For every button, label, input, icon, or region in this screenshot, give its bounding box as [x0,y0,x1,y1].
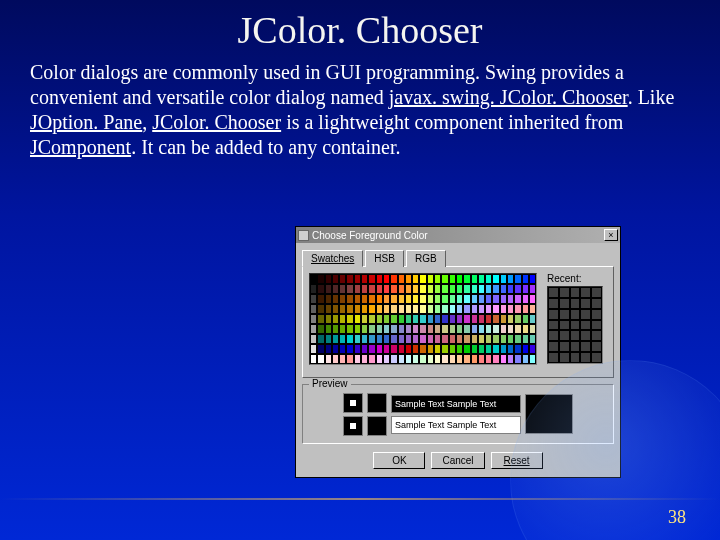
swatch-cell[interactable] [514,354,521,364]
swatch-cell[interactable] [419,274,426,284]
swatch-cell[interactable] [354,294,361,304]
swatch-cell[interactable] [456,284,463,294]
swatch-cell[interactable] [405,354,412,364]
swatch-cell[interactable] [383,324,390,334]
swatch-cell[interactable] [383,344,390,354]
swatch-cell[interactable] [441,314,448,324]
recent-cell[interactable] [591,298,602,309]
swatch-cell[interactable] [332,294,339,304]
swatch-cell[interactable] [449,314,456,324]
swatch-cell[interactable] [514,324,521,334]
swatch-cell[interactable] [507,324,514,334]
swatch-cell[interactable] [412,334,419,344]
swatch-cell[interactable] [398,294,405,304]
swatch-cell[interactable] [427,344,434,354]
swatch-cell[interactable] [492,294,499,304]
swatch-cell[interactable] [368,354,375,364]
swatch-cell[interactable] [478,274,485,284]
swatch-cell[interactable] [434,354,441,364]
swatch-cell[interactable] [478,334,485,344]
swatch-cell[interactable] [390,354,397,364]
swatch-cell[interactable] [463,354,470,364]
swatch-cell[interactable] [471,314,478,324]
swatch-cell[interactable] [368,344,375,354]
swatch-cell[interactable] [500,284,507,294]
swatch-cell[interactable] [346,284,353,294]
swatch-cell[interactable] [346,354,353,364]
swatch-cell[interactable] [390,294,397,304]
swatch-cell[interactable] [529,284,536,294]
swatch-cell[interactable] [376,314,383,324]
swatch-cell[interactable] [405,344,412,354]
swatch-cell[interactable] [361,304,368,314]
swatch-cell[interactable] [434,284,441,294]
swatch-cell[interactable] [427,334,434,344]
swatch-cell[interactable] [354,274,361,284]
recent-cell[interactable] [559,309,570,320]
swatch-cell[interactable] [325,304,332,314]
swatch-cell[interactable] [346,294,353,304]
swatch-cell[interactable] [471,344,478,354]
swatch-cell[interactable] [398,304,405,314]
recent-cell[interactable] [580,341,591,352]
swatch-cell[interactable] [390,284,397,294]
swatch-cell[interactable] [456,274,463,284]
swatch-cell[interactable] [354,314,361,324]
swatch-cell[interactable] [405,324,412,334]
swatch-cell[interactable] [441,294,448,304]
swatch-cell[interactable] [419,324,426,334]
swatch-cell[interactable] [478,304,485,314]
swatch-cell[interactable] [339,354,346,364]
tab-swatches[interactable]: Swatches [302,250,363,267]
swatch-cell[interactable] [514,274,521,284]
swatch-cell[interactable] [485,344,492,354]
swatch-cell[interactable] [485,304,492,314]
swatch-cell[interactable] [419,294,426,304]
swatch-cell[interactable] [522,334,529,344]
swatch-cell[interactable] [376,274,383,284]
swatch-cell[interactable] [514,344,521,354]
swatch-cell[interactable] [522,314,529,324]
swatch-cell[interactable] [427,284,434,294]
swatch-cell[interactable] [500,294,507,304]
swatch-cell[interactable] [412,284,419,294]
swatch-cell[interactable] [419,344,426,354]
swatch-cell[interactable] [368,294,375,304]
recent-cell[interactable] [559,287,570,298]
swatch-cell[interactable] [346,324,353,334]
swatch-cell[interactable] [485,314,492,324]
swatch-cell[interactable] [514,304,521,314]
recent-cell[interactable] [548,309,559,320]
swatch-cell[interactable] [354,354,361,364]
swatch-cell[interactable] [419,314,426,324]
swatch-cell[interactable] [507,334,514,344]
swatch-cell[interactable] [514,294,521,304]
swatch-cell[interactable] [398,314,405,324]
tab-rgb[interactable]: RGB [406,250,446,267]
swatch-cell[interactable] [310,334,317,344]
close-button[interactable]: × [604,229,618,241]
swatch-cell[interactable] [361,284,368,294]
swatch-cell[interactable] [485,294,492,304]
swatch-cell[interactable] [405,304,412,314]
swatch-cell[interactable] [368,324,375,334]
recent-cell[interactable] [580,309,591,320]
swatch-cell[interactable] [471,274,478,284]
swatch-cell[interactable] [332,344,339,354]
swatch-cell[interactable] [507,314,514,324]
swatch-cell[interactable] [456,344,463,354]
swatch-cell[interactable] [463,284,470,294]
swatch-cell[interactable] [449,294,456,304]
swatch-cell[interactable] [383,334,390,344]
swatch-cell[interactable] [339,334,346,344]
swatch-cell[interactable] [376,334,383,344]
swatch-cell[interactable] [500,274,507,284]
swatch-cell[interactable] [434,314,441,324]
swatch-cell[interactable] [376,344,383,354]
recent-cell[interactable] [570,320,581,331]
swatch-cell[interactable] [471,334,478,344]
recent-cell[interactable] [570,309,581,320]
swatch-cell[interactable] [500,354,507,364]
swatch-cell[interactable] [332,334,339,344]
swatch-cell[interactable] [332,324,339,334]
